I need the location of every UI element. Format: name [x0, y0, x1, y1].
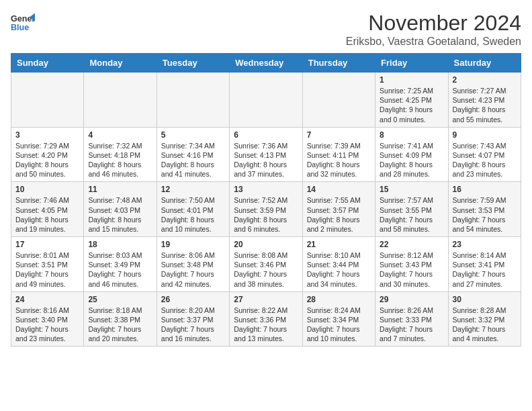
day-info: Sunrise: 7:32 AM Sunset: 4:18 PM Dayligh… — [88, 141, 152, 179]
day-info: Sunrise: 7:27 AM Sunset: 4:23 PM Dayligh… — [453, 86, 517, 124]
day-number: 3 — [15, 130, 79, 140]
day-number: 25 — [88, 295, 152, 304]
day-number: 20 — [234, 240, 298, 249]
calendar-cell: 15Sunrise: 7:57 AM Sunset: 3:55 PM Dayli… — [375, 182, 448, 237]
day-info: Sunrise: 7:59 AM Sunset: 3:53 PM Dayligh… — [453, 195, 517, 234]
day-info: Sunrise: 7:34 AM Sunset: 4:16 PM Dayligh… — [161, 141, 225, 179]
day-number: 24 — [15, 295, 79, 304]
weekday-header-sunday: Sunday — [11, 54, 84, 73]
page-subtitle: Eriksbo, Vaestra Goetaland, Sweden — [346, 36, 521, 48]
day-info: Sunrise: 8:26 AM Sunset: 3:33 PM Dayligh… — [380, 306, 443, 344]
calendar-week-row: 17Sunrise: 8:01 AM Sunset: 3:51 PM Dayli… — [11, 237, 521, 292]
calendar-week-row: 10Sunrise: 7:46 AM Sunset: 4:05 PM Dayli… — [11, 182, 521, 237]
calendar-cell: 17Sunrise: 8:01 AM Sunset: 3:51 PM Dayli… — [11, 237, 84, 292]
calendar-cell: 11Sunrise: 7:48 AM Sunset: 4:03 PM Dayli… — [84, 182, 157, 237]
weekday-header-thursday: Thursday — [302, 54, 375, 73]
day-info: Sunrise: 7:29 AM Sunset: 4:20 PM Dayligh… — [15, 141, 79, 179]
calendar-cell: 1Sunrise: 7:25 AM Sunset: 4:25 PM Daylig… — [375, 73, 448, 128]
day-number: 15 — [380, 185, 443, 194]
title-block: November 2024 Eriksbo, Vaestra Goetaland… — [346, 11, 521, 48]
weekday-header-wednesday: Wednesday — [230, 54, 302, 73]
weekday-header-saturday: Saturday — [448, 54, 521, 73]
calendar-cell: 8Sunrise: 7:41 AM Sunset: 4:09 PM Daylig… — [375, 127, 448, 182]
calendar-cell: 9Sunrise: 7:43 AM Sunset: 4:07 PM Daylig… — [448, 127, 521, 182]
day-number: 9 — [453, 130, 517, 140]
calendar-cell: 4Sunrise: 7:32 AM Sunset: 4:18 PM Daylig… — [84, 127, 157, 182]
calendar-cell: 29Sunrise: 8:26 AM Sunset: 3:33 PM Dayli… — [375, 291, 448, 347]
page-header: General Blue November 2024 Eriksbo, Vaes… — [11, 11, 521, 48]
calendar-cell: 24Sunrise: 8:16 AM Sunset: 3:40 PM Dayli… — [11, 291, 84, 347]
day-number: 21 — [307, 240, 371, 249]
day-info: Sunrise: 8:28 AM Sunset: 3:32 PM Dayligh… — [453, 306, 517, 344]
day-info: Sunrise: 8:22 AM Sunset: 3:36 PM Dayligh… — [234, 306, 298, 344]
day-number: 6 — [234, 130, 298, 140]
weekday-header-tuesday: Tuesday — [157, 54, 229, 73]
day-number: 1 — [380, 75, 443, 85]
calendar-cell: 10Sunrise: 7:46 AM Sunset: 4:05 PM Dayli… — [11, 182, 84, 237]
day-number: 14 — [307, 185, 371, 194]
calendar-cell: 21Sunrise: 8:10 AM Sunset: 3:44 PM Dayli… — [302, 237, 375, 292]
day-number: 11 — [88, 185, 152, 194]
day-info: Sunrise: 7:52 AM Sunset: 3:59 PM Dayligh… — [234, 195, 298, 234]
day-number: 23 — [453, 240, 517, 249]
day-number: 19 — [161, 240, 225, 249]
calendar-cell: 22Sunrise: 8:12 AM Sunset: 3:43 PM Dayli… — [375, 237, 448, 292]
day-number: 18 — [88, 240, 152, 249]
calendar-cell: 27Sunrise: 8:22 AM Sunset: 3:36 PM Dayli… — [230, 291, 302, 347]
day-info: Sunrise: 7:57 AM Sunset: 3:55 PM Dayligh… — [380, 195, 443, 234]
day-number: 16 — [453, 185, 517, 194]
calendar-cell: 3Sunrise: 7:29 AM Sunset: 4:20 PM Daylig… — [11, 127, 84, 182]
day-info: Sunrise: 8:14 AM Sunset: 3:41 PM Dayligh… — [453, 250, 517, 289]
calendar-cell: 5Sunrise: 7:34 AM Sunset: 4:16 PM Daylig… — [157, 127, 229, 182]
day-number: 27 — [234, 295, 298, 304]
calendar-cell: 14Sunrise: 7:55 AM Sunset: 3:57 PM Dayli… — [302, 182, 375, 237]
day-info: Sunrise: 7:41 AM Sunset: 4:09 PM Dayligh… — [380, 141, 443, 179]
day-info: Sunrise: 7:36 AM Sunset: 4:13 PM Dayligh… — [234, 141, 298, 179]
day-number: 29 — [380, 295, 443, 304]
day-number: 12 — [161, 185, 225, 194]
calendar-cell: 25Sunrise: 8:18 AM Sunset: 3:38 PM Dayli… — [84, 291, 157, 347]
calendar-cell: 28Sunrise: 8:24 AM Sunset: 3:34 PM Dayli… — [302, 291, 375, 347]
page-title: November 2024 — [346, 11, 521, 36]
day-info: Sunrise: 8:18 AM Sunset: 3:38 PM Dayligh… — [88, 306, 152, 344]
day-info: Sunrise: 8:06 AM Sunset: 3:48 PM Dayligh… — [161, 250, 225, 289]
calendar-cell: 18Sunrise: 8:03 AM Sunset: 3:49 PM Dayli… — [84, 237, 157, 292]
day-number: 26 — [161, 295, 225, 304]
day-number: 10 — [15, 185, 79, 194]
weekday-header-row: SundayMondayTuesdayWednesdayThursdayFrid… — [11, 54, 521, 73]
day-number: 30 — [453, 295, 517, 304]
calendar-cell: 26Sunrise: 8:20 AM Sunset: 3:37 PM Dayli… — [157, 291, 229, 347]
calendar-week-row: 1Sunrise: 7:25 AM Sunset: 4:25 PM Daylig… — [11, 73, 521, 128]
calendar-cell: 23Sunrise: 8:14 AM Sunset: 3:41 PM Dayli… — [448, 237, 521, 292]
day-info: Sunrise: 7:50 AM Sunset: 4:01 PM Dayligh… — [161, 195, 225, 234]
calendar-week-row: 24Sunrise: 8:16 AM Sunset: 3:40 PM Dayli… — [11, 291, 521, 347]
day-info: Sunrise: 7:46 AM Sunset: 4:05 PM Dayligh… — [15, 195, 79, 234]
calendar-cell: 20Sunrise: 8:08 AM Sunset: 3:46 PM Dayli… — [230, 237, 302, 292]
day-number: 28 — [307, 295, 371, 304]
day-number: 17 — [15, 240, 79, 249]
day-number: 5 — [161, 130, 225, 140]
calendar-cell: 19Sunrise: 8:06 AM Sunset: 3:48 PM Dayli… — [157, 237, 229, 292]
calendar-table: SundayMondayTuesdayWednesdayThursdayFrid… — [11, 53, 521, 347]
weekday-header-monday: Monday — [84, 54, 157, 73]
calendar-cell: 12Sunrise: 7:50 AM Sunset: 4:01 PM Dayli… — [157, 182, 229, 237]
day-info: Sunrise: 8:08 AM Sunset: 3:46 PM Dayligh… — [234, 250, 298, 289]
weekday-header-friday: Friday — [375, 54, 448, 73]
day-info: Sunrise: 8:01 AM Sunset: 3:51 PM Dayligh… — [15, 250, 79, 289]
day-info: Sunrise: 8:12 AM Sunset: 3:43 PM Dayligh… — [380, 250, 443, 289]
calendar-cell: 6Sunrise: 7:36 AM Sunset: 4:13 PM Daylig… — [230, 127, 302, 182]
day-info: Sunrise: 7:39 AM Sunset: 4:11 PM Dayligh… — [307, 141, 371, 179]
day-info: Sunrise: 8:10 AM Sunset: 3:44 PM Dayligh… — [307, 250, 371, 289]
day-info: Sunrise: 8:03 AM Sunset: 3:49 PM Dayligh… — [88, 250, 152, 289]
calendar-cell: 30Sunrise: 8:28 AM Sunset: 3:32 PM Dayli… — [448, 291, 521, 347]
logo-icon: General Blue — [11, 11, 35, 35]
calendar-cell: 13Sunrise: 7:52 AM Sunset: 3:59 PM Dayli… — [230, 182, 302, 237]
day-number: 22 — [380, 240, 443, 249]
day-info: Sunrise: 7:43 AM Sunset: 4:07 PM Dayligh… — [453, 141, 517, 179]
calendar-cell — [84, 73, 157, 128]
day-info: Sunrise: 7:55 AM Sunset: 3:57 PM Dayligh… — [307, 195, 371, 234]
day-number: 4 — [88, 130, 152, 140]
day-number: 13 — [234, 185, 298, 194]
day-info: Sunrise: 8:24 AM Sunset: 3:34 PM Dayligh… — [307, 306, 371, 344]
day-info: Sunrise: 7:48 AM Sunset: 4:03 PM Dayligh… — [88, 195, 152, 234]
